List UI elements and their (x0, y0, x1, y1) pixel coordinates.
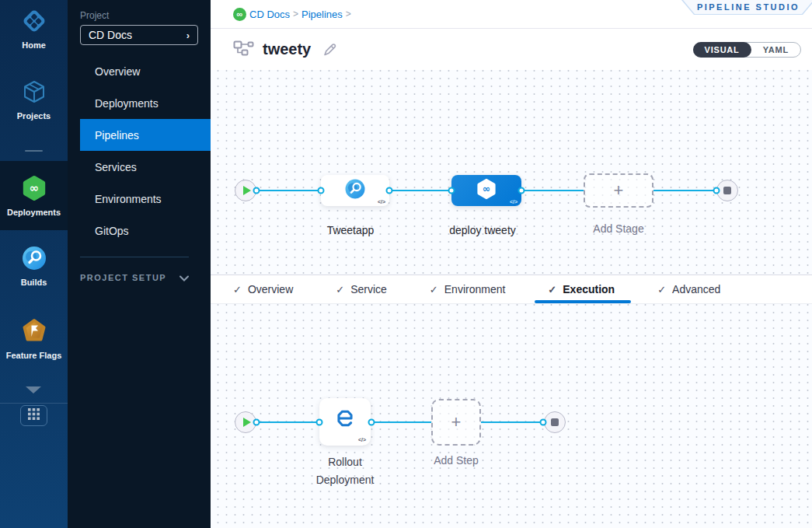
connector-dot (368, 419, 375, 426)
cd-stage-icon: ∞ (474, 177, 499, 205)
stage-node-tweetapp[interactable]: </> (321, 175, 389, 206)
sidebar-item-services[interactable]: Services (68, 151, 211, 183)
sidebar-item-label: Deployments (95, 97, 159, 110)
connector-line (256, 190, 321, 191)
rail-item-label: Feature Flags (6, 351, 62, 360)
stage-canvas[interactable]: </> ∞ </> + Tweetapp deploy tweety Add S… (211, 70, 812, 274)
tab-execution[interactable]: ✓ Execution (548, 275, 615, 303)
tab-overview[interactable]: ✓ Overview (233, 275, 293, 303)
tab-label: Overview (248, 283, 293, 295)
breadcrumb-link-pipelines[interactable]: Pipelines (301, 9, 343, 20)
sidebar-item-pipelines[interactable]: Pipelines (80, 119, 211, 151)
title-bar: tweety VISUAL YAML (211, 29, 812, 70)
toggle-yaml[interactable]: YAML (751, 42, 800, 58)
apps-grid-button[interactable] (20, 405, 47, 426)
stage-node-deploy-tweety[interactable]: ∞ </> (451, 175, 521, 206)
project-selector-value: CD Docs (89, 29, 132, 41)
step-label-rollout[interactable]: Rollout Deployment (294, 456, 396, 486)
cd-hexagon-icon: ∞ (20, 174, 48, 205)
sidebar-item-environments[interactable]: Environments (68, 183, 211, 215)
rail-divider (0, 403, 68, 404)
check-icon: ✓ (657, 284, 666, 295)
connector-line (389, 190, 451, 191)
tab-service[interactable]: ✓ Service (336, 275, 387, 303)
stage-config-tabs: ✓ Overview ✓ Service ✓ Environment ✓ Exe… (211, 274, 812, 304)
tab-environment[interactable]: ✓ Environment (430, 275, 506, 303)
rail-item-label: Projects (17, 111, 51, 121)
connector-dot (253, 187, 260, 194)
tab-label: Advanced (672, 283, 720, 295)
sidebar-item-label: Overview (95, 65, 140, 78)
pipeline-flow-icon (233, 40, 254, 59)
stage-label-deploy-tweety[interactable]: deploy tweety (432, 224, 533, 236)
connector-dot (318, 187, 325, 194)
execution-end-node[interactable] (544, 411, 566, 433)
toggle-visual[interactable]: VISUAL (693, 42, 751, 58)
project-sidebar: Project CD Docs › Overview Deployments P… (68, 0, 211, 528)
sidebar-nav: Overview Deployments Pipelines Services … (68, 55, 211, 247)
connector-line (481, 421, 543, 423)
add-step-button[interactable]: + (431, 399, 481, 446)
connector-dot (316, 419, 323, 426)
pipeline-studio-badge-label: PIPELINE STUDIO (697, 2, 800, 12)
tab-advanced[interactable]: ✓ Advanced (657, 275, 720, 303)
rail-item-label: Builds (21, 278, 47, 287)
sidebar-item-gitops[interactable]: GitOps (68, 215, 211, 247)
tab-label: Execution (563, 283, 615, 295)
connector-line (653, 190, 716, 191)
project-setup-toggle[interactable]: PROJECT SETUP (80, 271, 189, 285)
pipeline-studio-badge-inner: PIPELINE STUDIO (681, 0, 812, 14)
sidebar-item-overview[interactable]: Overview (68, 55, 211, 87)
sidebar-item-label: GitOps (95, 225, 129, 237)
plus-icon: + (614, 182, 624, 199)
play-icon (243, 186, 251, 195)
plus-icon: + (451, 414, 462, 431)
connector-line (521, 190, 584, 191)
step-label-line2: Deployment (294, 474, 396, 486)
project-selector[interactable]: CD Docs › (80, 25, 198, 45)
edit-pencil-icon[interactable] (322, 42, 337, 57)
step-label-line1: Rollout (294, 456, 396, 468)
rail-divider-dash (25, 150, 43, 152)
add-stage-button[interactable]: + (584, 173, 653, 208)
rail-item-projects[interactable]: Projects (0, 78, 68, 121)
stop-icon (551, 418, 559, 426)
step-node-rollout-deployment[interactable]: </> (319, 398, 371, 446)
code-glyph: </> (510, 199, 518, 205)
cd-module-icon: ∞ (233, 8, 246, 21)
code-glyph: </> (378, 199, 385, 205)
chevron-right-icon: › (186, 30, 190, 41)
sidebar-divider (80, 257, 189, 257)
breadcrumb-separator: > (293, 9, 298, 19)
pipeline-studio-badge: PIPELINE STUDIO (681, 0, 812, 15)
rail-item-deployments[interactable]: ∞ Deployments (0, 161, 68, 230)
home-icon (20, 7, 48, 38)
check-icon: ✓ (336, 284, 344, 295)
breadcrumb-link-project[interactable]: CD Docs (249, 9, 290, 20)
stop-icon (723, 187, 731, 194)
check-icon: ✓ (430, 284, 438, 295)
rail-item-home[interactable]: Home (0, 7, 68, 50)
chevron-down-icon[interactable] (26, 386, 41, 393)
ci-stage-icon (343, 177, 367, 204)
execution-canvas[interactable]: </> + Rollout Deployment Add Step (211, 304, 812, 528)
project-setup-label: PROJECT SETUP (80, 273, 166, 282)
connector-line (371, 421, 431, 423)
add-stage-label[interactable]: Add Stage (568, 222, 669, 235)
connector-dot (448, 187, 455, 194)
rail-item-builds[interactable]: Builds (0, 244, 68, 287)
stage-label-tweetapp[interactable]: Tweetapp (300, 224, 401, 236)
sidebar-item-deployments[interactable]: Deployments (68, 87, 211, 119)
main-content: ∞ CD Docs > Pipelines > PIPELINE STUDIO … (211, 0, 812, 528)
connector-dot (386, 187, 393, 194)
visual-yaml-toggle[interactable]: VISUAL YAML (693, 42, 802, 58)
svg-text:∞: ∞ (29, 181, 39, 195)
tab-label: Service (350, 283, 387, 295)
page-title: tweety (263, 40, 311, 58)
sidebar-item-label: Environments (95, 193, 162, 205)
connector-dot (253, 419, 260, 426)
rail-item-feature-flags[interactable]: Feature Flags (0, 317, 68, 360)
check-icon: ✓ (548, 284, 556, 295)
add-step-label[interactable]: Add Step (406, 454, 507, 467)
tab-label: Environment (444, 283, 506, 295)
